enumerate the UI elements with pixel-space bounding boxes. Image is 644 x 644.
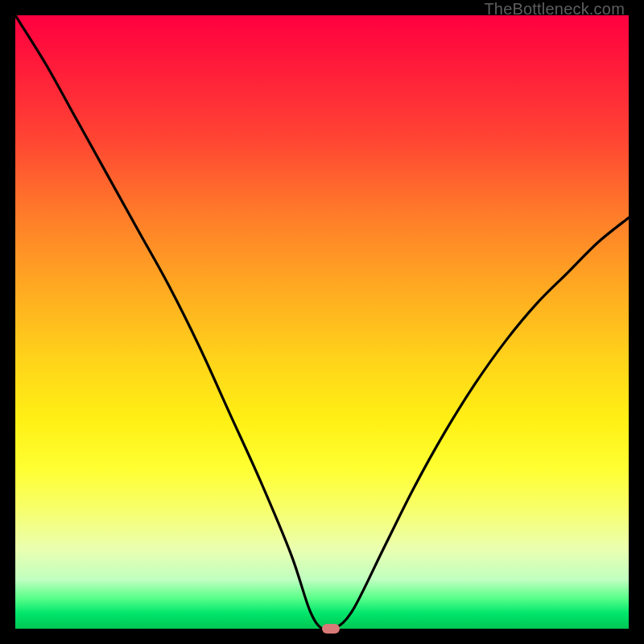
watermark-text: TheBottleneck.com	[484, 0, 625, 19]
optimal-point-marker	[322, 624, 340, 634]
chart-frame: TheBottleneck.com	[0, 0, 644, 644]
plot-gradient-background	[15, 15, 629, 629]
